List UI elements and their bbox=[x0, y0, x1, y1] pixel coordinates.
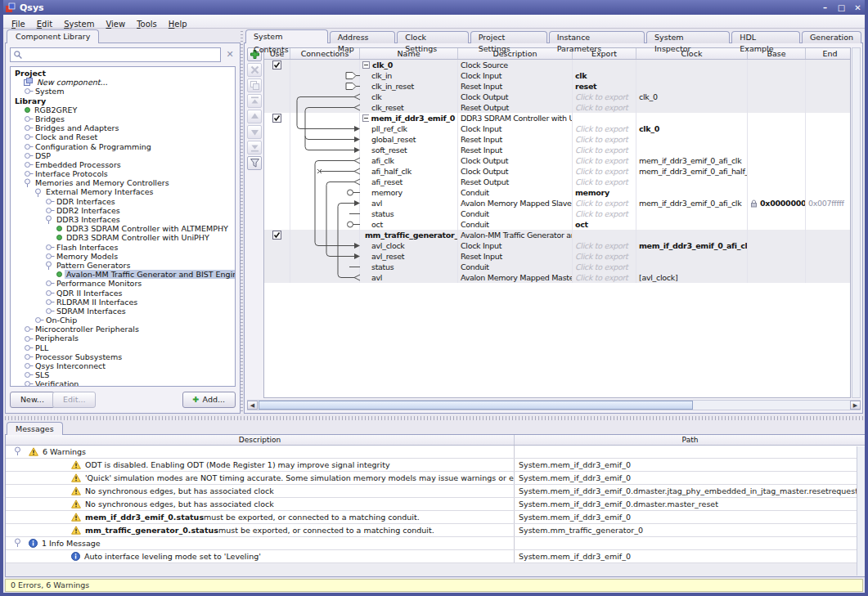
clock-cell[interactable]: [avl_clock] bbox=[636, 272, 748, 283]
tree-item[interactable]: Bridges bbox=[11, 114, 235, 123]
export-cell[interactable]: Click to export bbox=[573, 166, 636, 177]
tree-collapsed-icon[interactable] bbox=[24, 169, 34, 178]
tab-system-contents[interactable]: System Contents bbox=[245, 29, 328, 43]
tree-collapsed-icon[interactable] bbox=[24, 325, 34, 334]
tab-clock-settings[interactable]: Clock Settings bbox=[397, 31, 468, 43]
export-cell[interactable]: Click to export bbox=[573, 251, 636, 262]
port-row-clk_reset[interactable]: clk_resetReset OutputClick to export bbox=[264, 102, 850, 113]
tree-collapsed-icon[interactable] bbox=[24, 123, 34, 132]
tab-component-library[interactable]: Component Library bbox=[7, 29, 99, 43]
search-input[interactable] bbox=[25, 50, 220, 60]
export-cell[interactable]: Click to export bbox=[573, 123, 636, 134]
move-up-button[interactable] bbox=[247, 110, 262, 123]
tree-collapsed-icon[interactable] bbox=[24, 370, 34, 379]
tree-item[interactable]: DDR3 SDRAM Controller with UniPHY bbox=[11, 233, 235, 242]
port-row-avl_clock[interactable]: avl_clockClock InputClick to exportmem_i… bbox=[264, 240, 850, 251]
tree-item[interactable]: DSP bbox=[11, 151, 235, 160]
clock-cell[interactable]: clk_0 bbox=[636, 123, 748, 134]
tree-item[interactable]: RLDRAM II Interfaces bbox=[11, 298, 235, 307]
tree-item[interactable]: DDR3 SDRAM Controller with ALTMEMPHY bbox=[11, 224, 235, 233]
tree-item[interactable]: Performance Monitors bbox=[11, 279, 235, 288]
vertical-scrollbar[interactable] bbox=[852, 47, 861, 398]
scroll-left-icon[interactable]: ◀ bbox=[247, 401, 258, 410]
port-row-global_reset[interactable]: global_resetReset InputClick to export bbox=[264, 134, 850, 145]
tree-collapsed-icon[interactable] bbox=[34, 316, 44, 325]
tree-item[interactable]: Processor Subsystems bbox=[11, 352, 235, 361]
clock-cell[interactable]: mem_if_ddr3_emif_0_afi_clk bbox=[636, 240, 748, 251]
export-cell[interactable]: Click to export bbox=[573, 102, 636, 113]
tab-messages[interactable]: Messages bbox=[7, 422, 63, 435]
message-row[interactable]: mem_if_ddr3_emif_0.status must be export… bbox=[6, 511, 866, 524]
export-cell[interactable]: Click to export bbox=[573, 208, 636, 219]
filter-button[interactable] bbox=[247, 156, 262, 170]
scroll-thumb[interactable] bbox=[259, 401, 693, 410]
tree-item[interactable]: SLS bbox=[11, 370, 235, 379]
tree-item[interactable]: On-Chip bbox=[11, 316, 235, 325]
menu-tools[interactable]: Tools bbox=[131, 18, 163, 29]
search-clear-icon[interactable]: ✕ bbox=[224, 49, 236, 60]
tree-item[interactable]: Verification bbox=[11, 379, 235, 387]
use-checkbox[interactable] bbox=[264, 113, 290, 123]
tree-collapsed-icon[interactable] bbox=[24, 87, 34, 96]
tree-item[interactable]: Configuration & Programming bbox=[11, 142, 235, 151]
tree-item[interactable]: DDR2 Interfaces bbox=[11, 206, 235, 215]
minimize-icon[interactable]: – bbox=[820, 3, 830, 12]
tree-collapsed-icon[interactable] bbox=[45, 252, 55, 261]
column-header-description[interactable]: Description bbox=[458, 48, 573, 59]
tree-expanded-icon[interactable] bbox=[45, 261, 55, 270]
tree-item[interactable]: Embedded Processors bbox=[11, 160, 235, 169]
tree-item[interactable]: Bridges and Adapters bbox=[11, 123, 235, 132]
port-row-memory[interactable]: memoryConduitmemory bbox=[264, 187, 850, 198]
tree-item[interactable]: QDR II Interfaces bbox=[11, 289, 235, 298]
tab-generation[interactable]: Generation bbox=[802, 31, 861, 43]
clock-cell[interactable]: mem_if_ddr3_emif_0_afi_clk bbox=[636, 198, 748, 208]
port-row-oct[interactable]: octConduitoct bbox=[264, 219, 850, 230]
export-cell[interactable]: Click to export bbox=[573, 177, 636, 187]
message-row[interactable]: No synchronous edges, but has associated… bbox=[6, 498, 866, 511]
tree-item[interactable]: RGB2GREY bbox=[11, 105, 235, 114]
message-row[interactable]: No synchronous edges, but has associated… bbox=[6, 485, 866, 498]
export-cell[interactable]: reset bbox=[573, 81, 636, 92]
menu-system[interactable]: System bbox=[58, 18, 100, 29]
remove-button[interactable] bbox=[247, 63, 262, 77]
port-row-soft_reset[interactable]: soft_resetReset InputClick to export bbox=[264, 145, 850, 155]
tab-hdl-example[interactable]: HDL Example bbox=[731, 31, 800, 43]
new-button[interactable]: New... bbox=[10, 392, 55, 408]
close-icon[interactable]: ✕ bbox=[852, 3, 863, 12]
messages-expander-icon[interactable] bbox=[14, 538, 24, 549]
port-row-clk[interactable]: clkClock OutputClick to exportclk_0 bbox=[264, 92, 850, 102]
tab-system-inspector[interactable]: System Inspector bbox=[646, 31, 730, 43]
menu-help[interactable]: Help bbox=[163, 18, 193, 29]
message-row[interactable]: 'Quick' simulation modes are NOT timing … bbox=[6, 472, 866, 485]
tree-item[interactable]: Pattern Generators bbox=[11, 261, 235, 270]
column-header-clock[interactable]: Clock bbox=[636, 48, 748, 59]
tree-expanded-icon[interactable] bbox=[45, 215, 55, 224]
export-cell[interactable]: Click to export bbox=[573, 240, 636, 251]
export-cell[interactable]: Click to export bbox=[573, 155, 636, 166]
clock-cell[interactable]: clk_0 bbox=[636, 92, 748, 102]
horizontal-splitter[interactable] bbox=[5, 416, 863, 420]
tree-collapsed-icon[interactable] bbox=[24, 160, 34, 169]
tree-collapsed-icon[interactable] bbox=[24, 352, 34, 361]
use-checkbox[interactable] bbox=[264, 230, 290, 240]
tree-collapsed-icon[interactable] bbox=[24, 142, 34, 151]
tree-collapsed-icon[interactable] bbox=[45, 307, 55, 316]
port-row-clk_in_reset[interactable]: clk_in_resetReset Inputreset bbox=[264, 81, 850, 92]
export-cell[interactable]: Click to export bbox=[573, 92, 636, 102]
maximize-icon[interactable]: □ bbox=[836, 3, 847, 12]
tree-item[interactable]: Flash Interfaces bbox=[11, 243, 235, 252]
tab-instance-parameters[interactable]: Instance Parameters bbox=[549, 31, 645, 43]
message-group-row[interactable]: 6 Warnings bbox=[6, 446, 866, 459]
tree-collapsed-icon[interactable] bbox=[45, 243, 55, 252]
duplicate-button[interactable] bbox=[247, 78, 262, 92]
add-button[interactable]: ✚Add... bbox=[182, 392, 236, 408]
tree-collapsed-icon[interactable] bbox=[45, 289, 55, 298]
use-checkbox[interactable] bbox=[264, 60, 290, 70]
message-row[interactable]: ODT is disabled. Enabling ODT (Mode Regi… bbox=[6, 459, 866, 472]
menu-edit[interactable]: Edit bbox=[31, 18, 58, 29]
tree-item[interactable]: Interface Protocols bbox=[11, 169, 235, 178]
menu-file[interactable]: File bbox=[6, 18, 31, 29]
port-row-avl[interactable]: avlAvalon Memory Mapped MasterClick to e… bbox=[264, 272, 850, 283]
port-row-status[interactable]: statusConduitClick to export bbox=[264, 208, 850, 219]
menu-view[interactable]: View bbox=[100, 18, 131, 29]
